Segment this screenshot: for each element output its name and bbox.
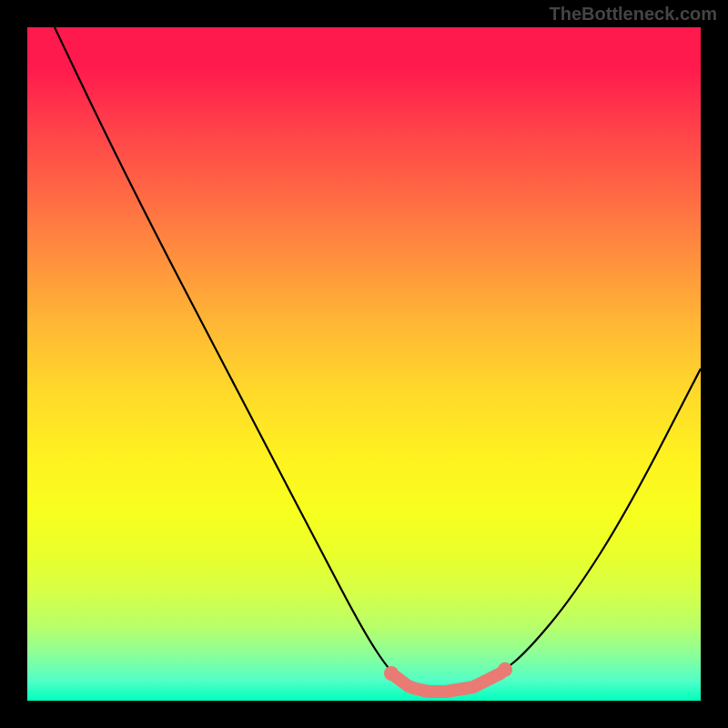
- highlight-dot-start: [384, 666, 399, 681]
- curve-line: [55, 27, 701, 692]
- plot-area: [27, 27, 701, 701]
- highlight-dot-end: [498, 662, 512, 677]
- watermark-text: TheBottleneck.com: [550, 4, 717, 25]
- chart-svg: [27, 27, 701, 701]
- curve-highlight: [391, 673, 500, 692]
- plot: [27, 27, 701, 701]
